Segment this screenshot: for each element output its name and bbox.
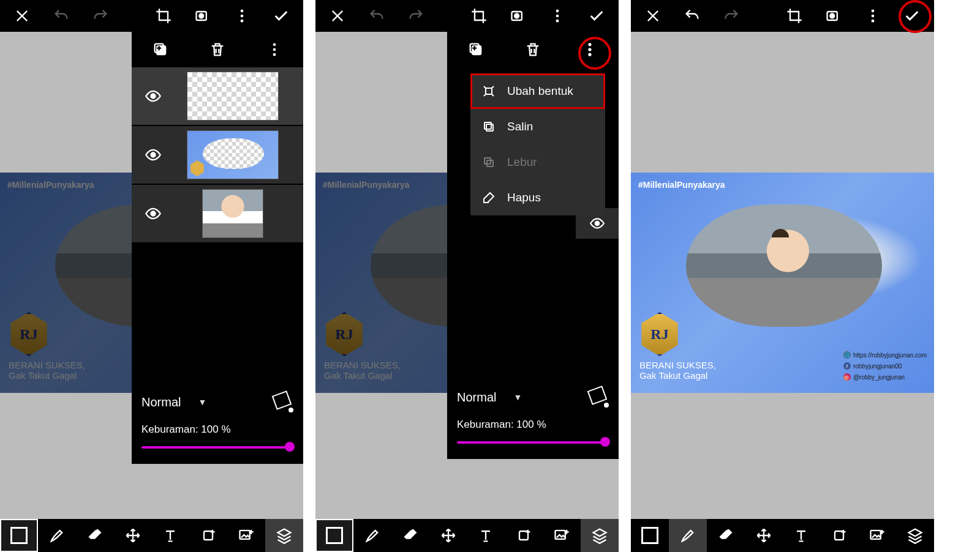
more-icon[interactable] [538, 0, 577, 32]
bucket-fill-icon[interactable] [588, 387, 609, 408]
move-tool[interactable] [429, 519, 467, 552]
svg-point-1 [199, 14, 203, 18]
undo-icon[interactable] [673, 0, 712, 32]
layer-row-3[interactable] [132, 185, 303, 242]
add-image-tool[interactable] [227, 519, 265, 552]
visibility-icon[interactable] [132, 146, 175, 163]
eraser-tool[interactable] [707, 519, 745, 552]
menu-copy[interactable]: Salin [470, 109, 605, 144]
add-shape-tool[interactable] [189, 519, 227, 552]
more-icon[interactable] [853, 0, 892, 32]
delete-layer-icon[interactable] [200, 34, 235, 65]
menu-delete[interactable]: Hapus [470, 180, 605, 215]
screenshot-3: #MillenialPunyakarya RJ BERANI SUKSES, G… [631, 0, 934, 552]
shape-tool[interactable] [0, 519, 38, 552]
confirm-icon[interactable] [892, 0, 932, 32]
svg-point-37 [872, 20, 875, 23]
svg-point-11 [151, 153, 156, 157]
svg-point-19 [556, 20, 559, 23]
move-tool[interactable] [745, 519, 783, 552]
eraser-tool[interactable] [76, 519, 114, 552]
add-layer-icon[interactable] [143, 34, 178, 65]
logo-monogram: RJ [650, 326, 668, 343]
add-image-tool[interactable] [543, 519, 581, 552]
instagram-icon: ◎ [843, 373, 851, 381]
layer-thumb-empty [187, 72, 279, 121]
eraser-tool[interactable] [391, 519, 429, 552]
shape-tool[interactable] [631, 519, 669, 552]
svg-point-4 [241, 20, 244, 23]
menu-merge: Lebur [470, 144, 605, 180]
add-layer-icon[interactable] [459, 34, 493, 65]
visibility-icon[interactable] [132, 205, 175, 222]
chevron-down-icon[interactable]: ▼ [198, 397, 206, 407]
redo-icon[interactable] [81, 0, 120, 32]
top-toolbar [0, 0, 303, 32]
screenshot-1: #MillenialPunyakarya RJ BERANI SUKSES, G… [0, 0, 303, 552]
top-toolbar [631, 0, 934, 32]
close-icon[interactable] [633, 0, 673, 32]
text-tool[interactable] [467, 519, 505, 552]
close-icon[interactable] [318, 0, 357, 32]
layer-more-icon[interactable] [573, 34, 607, 65]
screenshot-2: #MillenialPunyakarya RJ BERANI SUKSES, G… [315, 0, 619, 552]
canvas-area[interactable]: #MillenialPunyakarya RJ BERANI SUKSES, G… [631, 32, 934, 519]
delete-layer-icon[interactable] [516, 34, 550, 65]
globe-icon: 🌐 [843, 351, 851, 359]
svg-point-18 [556, 15, 559, 18]
record-icon[interactable] [499, 0, 538, 32]
svg-point-35 [872, 10, 875, 13]
opacity-slider[interactable] [457, 436, 609, 448]
svg-point-25 [595, 222, 600, 226]
svg-point-34 [830, 14, 834, 18]
svg-point-24 [589, 53, 592, 56]
add-shape-tool[interactable] [505, 519, 543, 552]
tagline-2: Gak Takut Gagal [639, 370, 716, 381]
layer-more-icon[interactable] [257, 34, 292, 65]
svg-rect-26 [486, 88, 492, 94]
opacity-label: Keburaman: 100 % [457, 419, 609, 431]
crop-icon[interactable] [775, 0, 814, 32]
layers-tool[interactable] [265, 519, 303, 552]
bottom-toolbar [631, 519, 934, 552]
layers-panel: Normal ▼ Keburaman: 100 % [132, 32, 303, 464]
shape-tool[interactable] [315, 519, 353, 552]
svg-point-16 [514, 14, 519, 18]
layers-tool[interactable] [896, 519, 934, 552]
confirm-icon[interactable] [262, 0, 301, 32]
layer-thumb-photo [202, 189, 263, 238]
undo-icon[interactable] [357, 0, 396, 32]
layer-thumb-frame [187, 130, 279, 179]
blend-mode-label[interactable]: Normal [457, 390, 496, 405]
text-tool[interactable] [152, 519, 190, 552]
confirm-icon[interactable] [577, 0, 616, 32]
more-icon[interactable] [222, 0, 262, 32]
add-image-tool[interactable] [858, 519, 896, 552]
svg-point-10 [151, 94, 156, 99]
menu-transform[interactable]: Ubah bentuk [470, 73, 605, 109]
move-tool[interactable] [114, 519, 152, 552]
add-shape-tool[interactable] [820, 519, 858, 552]
crop-icon[interactable] [459, 0, 499, 32]
crop-icon[interactable] [144, 0, 183, 32]
bucket-fill-icon[interactable] [273, 392, 293, 412]
blend-mode-label[interactable]: Normal [141, 395, 181, 409]
brush-tool[interactable] [38, 519, 76, 552]
record-icon[interactable] [183, 0, 222, 32]
layer-row-2[interactable] [132, 126, 303, 184]
brush-tool[interactable] [353, 519, 391, 552]
facebook-icon: f [843, 362, 851, 370]
layer-row-1[interactable] [132, 67, 303, 125]
record-icon[interactable] [814, 0, 853, 32]
layers-tool[interactable] [581, 519, 619, 552]
svg-point-12 [151, 212, 156, 216]
chevron-down-icon[interactable]: ▼ [513, 392, 522, 402]
close-icon[interactable] [2, 0, 42, 32]
undo-icon[interactable] [42, 0, 81, 32]
text-tool[interactable] [783, 519, 821, 552]
visibility-icon[interactable] [132, 88, 175, 105]
redo-icon[interactable] [712, 0, 751, 32]
redo-icon[interactable] [396, 0, 435, 32]
brush-tool[interactable] [669, 519, 707, 552]
opacity-slider[interactable] [141, 441, 293, 453]
